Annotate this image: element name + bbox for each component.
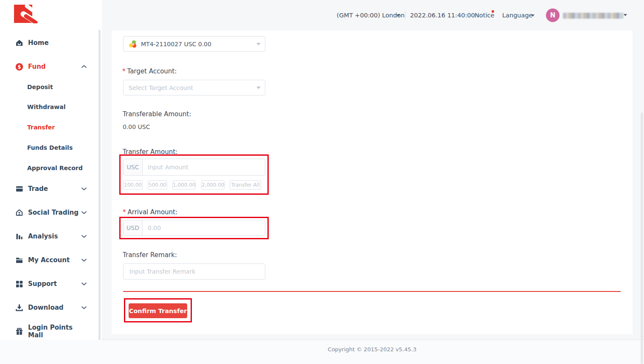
sidebar-item-login-points-mall[interactable]: Login Points Mall xyxy=(15,326,87,336)
transfer-currency-prefix: USC xyxy=(124,159,143,175)
target-account-select[interactable]: Select Target Account xyxy=(123,80,265,95)
timezone-label: (GMT +00:00) London xyxy=(337,12,405,19)
language-dropdown[interactable]: Language xyxy=(502,12,533,19)
copyright-text: Copyright © 2015-2022 v5.45.3 xyxy=(112,346,633,353)
sidebar-scrollbar[interactable] xyxy=(98,30,101,358)
brand-logo-icon xyxy=(13,4,38,23)
subitem-label: Withdrawal xyxy=(27,104,65,110)
confirm-transfer-button[interactable]: Confirm Transfer xyxy=(129,303,187,318)
chevron-up-icon xyxy=(82,65,87,68)
transferable-amount-label: Transferable Amount: xyxy=(123,110,191,118)
chevron-down-icon xyxy=(82,306,87,309)
chevron-down-icon xyxy=(82,282,87,286)
select-caret-icon xyxy=(256,87,261,89)
footer-divider xyxy=(102,339,644,340)
sidebar-item-label: Social Trading xyxy=(28,209,79,216)
quick-amount-100-button[interactable]: 100.00 xyxy=(123,180,143,190)
sidebar-item-label: My Account xyxy=(28,256,70,264)
sidebar-item-home[interactable]: Home xyxy=(15,38,87,48)
download-icon xyxy=(15,304,23,312)
sidebar-item-fund[interactable]: $ Fund xyxy=(15,62,87,72)
svg-text:$: $ xyxy=(17,64,21,70)
sidebar-subitem-approval-record[interactable]: Approval Record xyxy=(27,164,83,172)
grid-icon xyxy=(15,280,23,288)
transfer-remark-input[interactable] xyxy=(123,263,265,280)
required-asterisk: * xyxy=(122,67,126,75)
sidebar-item-label: Home xyxy=(28,39,49,47)
transfer-all-button[interactable]: Transfer All xyxy=(230,180,261,190)
transferable-amount-value: 0.00 USC xyxy=(123,123,150,130)
sidebar-item-label: Support xyxy=(28,280,57,288)
sidebar-item-my-account[interactable]: My Account xyxy=(15,255,87,265)
sidebar-item-label: Trade xyxy=(28,185,48,193)
chevron-down-icon xyxy=(82,187,87,190)
sidebar-item-trade[interactable]: Trade xyxy=(15,184,87,194)
target-account-placeholder: Select Target Account xyxy=(129,84,193,91)
trade-icon xyxy=(15,185,23,193)
page-scrollbar[interactable] xyxy=(641,112,643,364)
subitem-label: Transfer xyxy=(27,124,55,131)
chevron-down-icon xyxy=(82,258,87,262)
sidebar-subitem-deposit[interactable]: Deposit xyxy=(27,83,53,91)
timezone-dropdown[interactable]: (GMT +00:00) London xyxy=(337,12,405,19)
language-label: Language xyxy=(502,12,533,19)
select-caret-icon xyxy=(256,43,261,45)
transfer-amount-input-group: USC xyxy=(123,159,265,176)
target-account-label: *Target Account: xyxy=(122,67,177,75)
notice-button[interactable]: Notice xyxy=(475,12,494,19)
transfer-amount-input[interactable] xyxy=(143,159,265,175)
folder-icon xyxy=(15,256,23,264)
user-avatar[interactable]: N xyxy=(546,8,560,22)
subitem-label: Approval Record xyxy=(27,165,83,171)
source-account-value: MT4-2110027 USC 0.00 xyxy=(141,41,211,48)
chevron-down-icon xyxy=(82,235,87,238)
source-account-select[interactable]: MT4-2110027 USC 0.00 xyxy=(123,36,265,52)
sidebar-item-support[interactable]: Support xyxy=(15,279,87,289)
language-caret-icon xyxy=(531,14,534,17)
mt4-account-icon xyxy=(129,40,137,48)
transfer-page: Home $ Fund Deposit Withdrawal Transfer … xyxy=(0,0,644,364)
arrival-amount-input-group: USD xyxy=(123,220,265,236)
sidebar-item-social-trading[interactable]: Social Trading xyxy=(15,207,87,218)
brand-logo[interactable] xyxy=(13,4,38,25)
transfer-amount-label: Transfer Amount: xyxy=(123,148,177,156)
sidebar-subitem-funds-details[interactable]: Funds Details xyxy=(27,143,73,152)
avatar-letter: N xyxy=(550,11,556,19)
notice-label: Notice xyxy=(475,12,494,19)
required-asterisk: * xyxy=(123,208,126,216)
user-name-redacted xyxy=(563,13,623,19)
user-menu-caret-icon[interactable] xyxy=(624,14,627,16)
sidebar-subitem-transfer[interactable]: Transfer xyxy=(27,123,55,132)
home-icon xyxy=(15,39,23,47)
arrival-amount-input[interactable] xyxy=(143,220,265,235)
quick-amount-2000-button[interactable]: 2,000.00 xyxy=(201,180,225,190)
datetime-display: 2022.06.16 11:40:00 xyxy=(410,12,475,19)
gift-icon xyxy=(15,328,23,336)
sidebar-subitem-withdrawal[interactable]: Withdrawal xyxy=(27,103,65,111)
datetime-label: 2022.06.16 11:40:00 xyxy=(410,12,475,19)
sidebar-item-label: Login Points Mall xyxy=(28,324,87,339)
sidebar-item-label: Fund xyxy=(28,63,46,70)
chevron-down-icon xyxy=(82,211,87,214)
bar-chart-icon xyxy=(15,232,23,241)
sidebar-item-label: Analysis xyxy=(28,232,58,240)
subitem-label: Deposit xyxy=(27,84,53,90)
sidebar-item-analysis[interactable]: Analysis xyxy=(15,231,87,241)
transfer-remark-label: Transfer Remark: xyxy=(123,251,177,259)
form-divider xyxy=(123,291,621,292)
arrival-currency-prefix: USD xyxy=(124,220,143,235)
subitem-label: Funds Details xyxy=(27,144,73,151)
timezone-caret-icon xyxy=(397,14,400,17)
sidebar-item-download[interactable]: Download xyxy=(15,302,87,313)
sidebar: Home $ Fund Deposit Withdrawal Transfer … xyxy=(0,0,102,364)
quick-amount-500-button[interactable]: 500.00 xyxy=(148,180,167,190)
sidebar-item-label: Download xyxy=(28,304,64,311)
social-trading-icon xyxy=(15,209,23,217)
arrival-amount-label: *Arrival Amount: xyxy=(123,208,177,216)
dollar-circle-icon: $ xyxy=(15,63,23,71)
quick-amount-1000-button[interactable]: 1,000.00 xyxy=(172,180,196,190)
header-divider xyxy=(405,11,406,19)
notice-badge-dot xyxy=(492,10,494,13)
